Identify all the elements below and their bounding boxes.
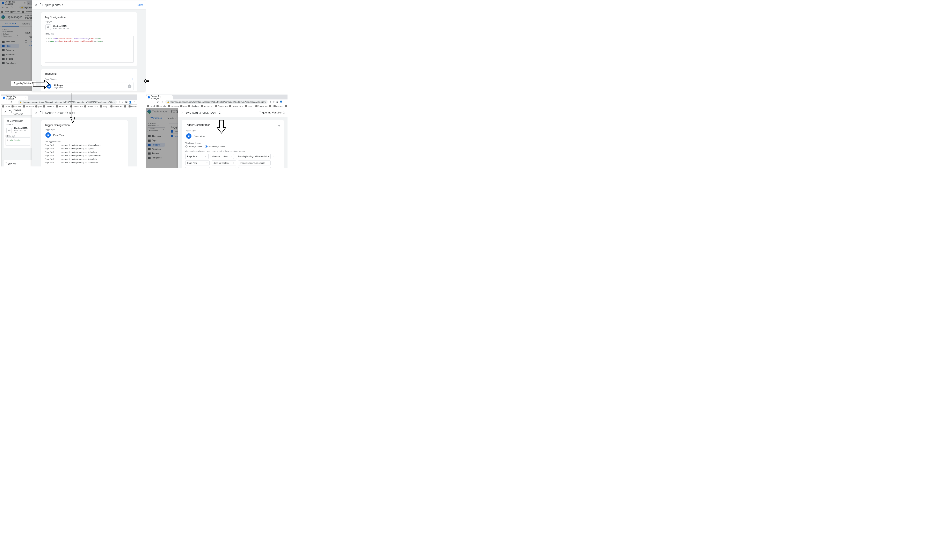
edit-icon[interactable]: ✎ (278, 124, 281, 128)
bookmark-item[interactable]: YouTube (11, 105, 22, 108)
browser-chrome: Google Tag Manager× + ←→⟳⌂ 🔒tagmanager.g… (1, 95, 137, 105)
value-input[interactable]: financialplanning.co.il/guide (238, 160, 271, 165)
radio-all-page-views[interactable]: All Page Views (185, 146, 202, 148)
bookmark-item[interactable]: Gmail (147, 105, 155, 107)
bookmark-item[interactable]: ynet (35, 105, 42, 108)
bookmark-icon[interactable]: ☆ (273, 100, 275, 103)
close-icon[interactable]: × (181, 111, 183, 114)
firing-trigger-row[interactable]: ◉ All PagesPage View – (45, 82, 134, 91)
radio-icon (185, 145, 188, 148)
profile-icon[interactable]: 👤 (129, 101, 132, 103)
condition-row: Page Pathcontains financialplanning.co.i… (45, 147, 124, 151)
bookmark-item[interactable]: Goog... (100, 105, 109, 108)
remove-condition-button[interactable]: – (273, 167, 276, 168)
trigger-configuration-card[interactable]: Trigger Configuration Trigger Type ◉Page… (41, 120, 128, 166)
reload-button[interactable]: ⟳ (11, 101, 12, 103)
close-icon[interactable]: × (4, 110, 6, 114)
share-icon[interactable]: ⇪ (119, 101, 120, 103)
ext-icon[interactable]: ▣ (276, 100, 278, 103)
favicon-icon (148, 96, 150, 98)
chevron-down-icon: ▼ (205, 155, 207, 157)
help-icon[interactable]: ? (51, 33, 54, 35)
tag-name-input[interactable]: פופאפ קונטקט (45, 3, 63, 6)
bookmark-item[interactable]: Facebook (23, 105, 34, 108)
bookmark-item[interactable]: קמפיינים (128, 105, 137, 108)
bookmark-item[interactable]: טבלת חשבונות (229, 105, 244, 107)
reload-button[interactable]: ⟳ (156, 100, 159, 103)
tag-configuration-card[interactable]: Tag Configuration Tag Type <> Custom HTM… (41, 12, 137, 66)
close-tab-icon[interactable]: × (170, 96, 171, 98)
browser-tab[interactable]: Google Tag Manager× (1, 95, 28, 100)
save-button[interactable]: Save (137, 3, 143, 6)
remove-condition-button[interactable]: – (273, 154, 276, 159)
close-tab-icon[interactable]: × (25, 97, 26, 99)
close-icon[interactable]: × (35, 111, 37, 115)
html-code-editor[interactable]: 1<div class="contact-carousel" data-caro… (45, 36, 134, 63)
bookmark-item[interactable]: ynet (181, 105, 187, 107)
help-icon[interactable]: ? (12, 135, 15, 137)
condition-row: Page Pathcontains financialplanning.co.i… (45, 154, 124, 157)
bookmark-item[interactable]: CheckCall (43, 105, 54, 108)
back-button[interactable]: ← (147, 100, 150, 103)
remove-trigger-button[interactable]: – (128, 85, 131, 88)
address-bar[interactable]: 🔒tagmanager.google.com/#/container/accou… (18, 100, 117, 104)
bookmark-item[interactable]: האתרים שלי (255, 105, 268, 107)
trigger-type-label: Trigger Type (45, 129, 124, 131)
bookmark-item[interactable]: Gmail (2, 105, 10, 108)
profile-icon[interactable]: 👤 (279, 100, 282, 103)
bookmark-item[interactable]: טבלת חשבונות (84, 105, 99, 108)
home-button[interactable]: ⌂ (161, 100, 164, 103)
bookmark-favicon-icon (273, 105, 276, 107)
bookmark-item[interactable] (124, 105, 127, 108)
bookmark-item[interactable] (269, 105, 272, 107)
bookmark-item[interactable]: YouTube (156, 105, 167, 107)
operator-select[interactable]: does not contain▼ (211, 160, 236, 165)
operator-select[interactable]: does not contain▼ (211, 167, 236, 168)
close-icon[interactable]: × (35, 3, 37, 7)
bookmark-icon[interactable]: ☆ (122, 101, 124, 103)
bookmark-item[interactable]: Facebook (168, 105, 179, 107)
condition-list: Page Path▼does not contain▼financialplan… (185, 154, 281, 168)
menu-icon[interactable]: ⋮ (284, 100, 286, 103)
bookmark-item[interactable]: קמפיינים (273, 105, 283, 107)
ext-icon[interactable]: ▣ (125, 101, 128, 103)
home-button[interactable]: ⌂ (14, 101, 16, 103)
bookmark-item[interactable]: uPress | ש... (56, 105, 69, 108)
bookmark-item[interactable]: האתרים שלי (110, 105, 123, 108)
radio-some-page-views[interactable]: Some Page Views (205, 146, 225, 148)
bookmark-item[interactable]: Goog... (245, 105, 254, 107)
condition-variable: Page Path (45, 158, 57, 160)
bookmark-item[interactable]: uPress | ש... (201, 105, 214, 107)
trigger-name-input[interactable]: דפים להחסרה מהפופאפ (186, 111, 216, 114)
variable-select[interactable]: Page Path▼ (185, 160, 210, 165)
back-button[interactable]: ← (2, 101, 5, 103)
bookmarks-bar: GmailYouTubeFacebookynetCheckCalluPress … (146, 105, 287, 108)
remove-condition-button[interactable]: – (273, 160, 276, 165)
new-tab-button[interactable]: + (173, 96, 177, 100)
bookmark-item[interactable]: האתרים שלי (215, 105, 228, 107)
arrow-down-icon (70, 93, 76, 123)
value-input[interactable]: financialplanning.co.il/hadrachafre (236, 154, 271, 159)
variable-select[interactable]: Page Path▼ (185, 154, 208, 159)
add-firing-trigger-button[interactable]: + (132, 77, 134, 81)
address-bar[interactable]: 🔒tagmanager.google.com/#/container/accou… (165, 100, 268, 104)
variable-select[interactable]: Page Path▼ (185, 167, 210, 168)
chevron-down-icon: ▼ (230, 155, 232, 157)
browser-tab[interactable]: Google Tag Manager× (146, 95, 173, 100)
share-icon[interactable]: ⇪ (269, 100, 271, 103)
value-input[interactable]: financialplanning.co.il/checkup (238, 167, 271, 168)
bookmark-label: Gmail (5, 105, 10, 108)
bookmark-item[interactable]: Google Tag Manager (285, 105, 287, 107)
trigger-editor-panel: ×דפים להחסרה מהפופאפ Trigger Configurati… (32, 108, 137, 166)
operator-select[interactable]: does not contain▼ (211, 154, 234, 159)
bookmark-item[interactable]: CheckCall (188, 105, 199, 107)
arrow-right-icon (32, 78, 51, 91)
menu-icon[interactable]: ⋮ (133, 101, 136, 103)
pageview-icon: ◉ (45, 132, 51, 138)
new-tab-button[interactable]: + (28, 97, 32, 100)
bookmark-label: טבלת חשבונות (87, 105, 99, 108)
folder-icon (40, 4, 43, 6)
forward-button[interactable]: → (152, 100, 155, 103)
html-code-editor[interactable]: 1<div 2<script (6, 137, 30, 146)
forward-button[interactable]: → (6, 101, 9, 103)
